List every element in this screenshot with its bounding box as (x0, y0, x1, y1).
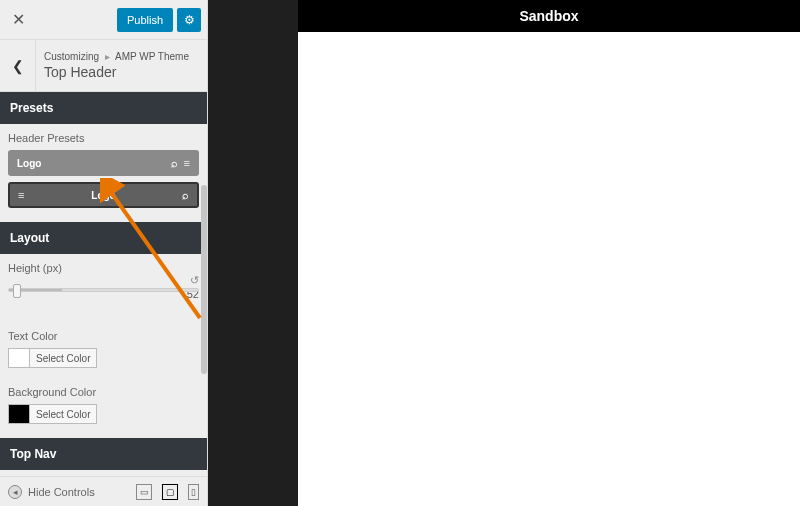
scrollbar[interactable] (201, 185, 207, 374)
section-layout-header: Layout (0, 222, 207, 254)
mobile-icon: ▯ (191, 487, 196, 497)
customizer-topbar: ✕ Publish ⚙ (0, 0, 207, 40)
publish-group: Publish ⚙ (117, 8, 201, 32)
chevron-left-icon: ❮ (12, 58, 24, 74)
desktop-icon: ▭ (140, 487, 149, 497)
hide-controls-button[interactable]: ◂ Hide Controls (8, 485, 95, 499)
section-layout-body: Height (px) ↺ 52 Text Color Select Color (0, 254, 207, 438)
device-tablet-button[interactable]: ▢ (162, 484, 178, 500)
publish-button[interactable]: Publish (117, 8, 173, 32)
header-preset-option-1[interactable]: Logo ⌕ ≡ (8, 150, 199, 176)
header-preset-option-2[interactable]: ≡ Logo ⌕ (8, 182, 199, 208)
breadcrumb-root: Customizing (44, 51, 99, 62)
text-color-label: Text Color (8, 330, 199, 342)
section-presets-body: Header Presets Logo ⌕ ≡ ≡ Logo ⌕ (0, 124, 207, 222)
breadcrumb-separator: ▸ (105, 51, 110, 62)
back-button[interactable]: ❮ (0, 40, 36, 92)
preview-site-title: Sandbox (298, 0, 800, 32)
preset-logo-label: Logo (17, 158, 41, 169)
section-topnav-header[interactable]: Top Nav (0, 438, 207, 470)
search-icon: ⌕ (182, 189, 189, 201)
slider-thumb[interactable] (13, 284, 21, 298)
preview-gutter (208, 0, 298, 506)
header-presets-label: Header Presets (8, 132, 199, 144)
height-slider[interactable]: ↺ 52 (8, 288, 199, 300)
panel-title: Top Header (44, 64, 189, 80)
menu-icon: ≡ (18, 189, 24, 201)
gear-icon: ⚙ (184, 13, 195, 27)
preset-logo-label: Logo (38, 190, 169, 201)
text-color-picker: Select Color (8, 348, 199, 368)
reset-icon[interactable]: ↺ (190, 274, 199, 287)
customizer-panel: ✕ Publish ⚙ ❮ Customizing ▸ AMP WP Theme… (0, 0, 208, 506)
customizer-footer: ◂ Hide Controls ▭ ▢ ▯ (0, 476, 207, 506)
device-desktop-button[interactable]: ▭ (136, 484, 152, 500)
publish-settings-button[interactable]: ⚙ (177, 8, 201, 32)
search-icon: ⌕ (171, 157, 178, 169)
text-color-button[interactable]: Select Color (30, 348, 97, 368)
preview-frame: Sandbox (298, 0, 800, 506)
close-button[interactable]: ✕ (0, 0, 36, 40)
panel-header: ❮ Customizing ▸ AMP WP Theme Top Header (0, 40, 207, 92)
height-label: Height (px) (8, 262, 199, 274)
text-color-swatch[interactable] (8, 348, 30, 368)
bg-color-picker: Select Color (8, 404, 199, 424)
device-switcher: ▭ ▢ ▯ (136, 484, 199, 500)
breadcrumb: Customizing ▸ AMP WP Theme (44, 51, 189, 62)
bg-color-swatch[interactable] (8, 404, 30, 424)
slider-track[interactable] (8, 288, 199, 292)
collapse-icon: ◂ (8, 485, 22, 499)
hide-controls-label: Hide Controls (28, 486, 95, 498)
bg-color-label: Background Color (8, 386, 199, 398)
bg-color-button[interactable]: Select Color (30, 404, 97, 424)
menu-icon: ≡ (184, 157, 190, 169)
tablet-icon: ▢ (166, 487, 175, 497)
section-presets-header: Presets (0, 92, 207, 124)
breadcrumb-theme: AMP WP Theme (115, 51, 189, 62)
device-mobile-button[interactable]: ▯ (188, 484, 199, 500)
